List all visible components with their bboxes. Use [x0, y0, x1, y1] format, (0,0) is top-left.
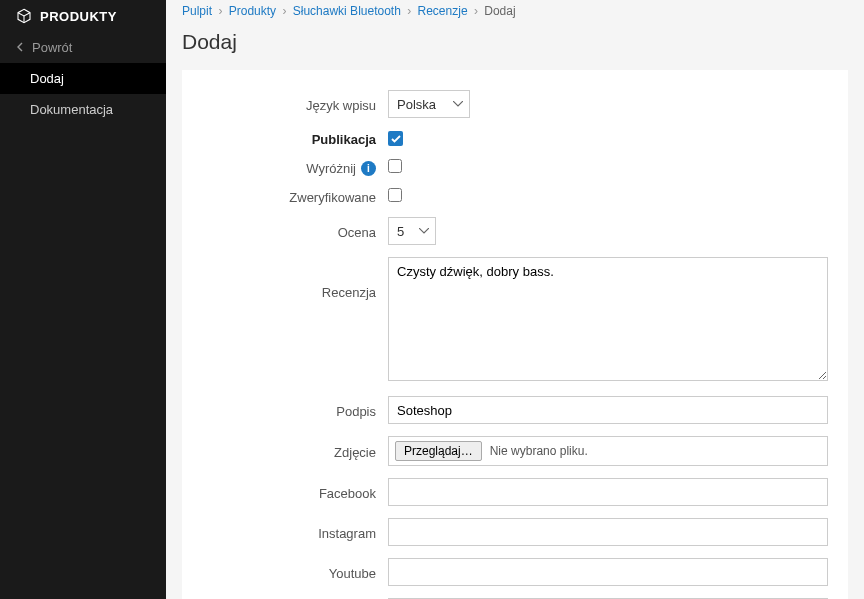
page-title: Dodaj	[166, 22, 864, 70]
row-facebook: Facebook	[202, 478, 828, 506]
sidebar-item-label: Dodaj	[30, 71, 64, 86]
row-review: Recenzja	[202, 257, 828, 384]
row-rating: Ocena 5	[202, 217, 828, 245]
breadcrumb-link-produkty[interactable]: Produkty	[229, 4, 276, 18]
input-youtube[interactable]	[388, 558, 828, 586]
row-verified: Zweryfikowane	[202, 188, 828, 205]
sidebar-item-add[interactable]: Dodaj	[0, 63, 166, 94]
info-icon[interactable]: i	[361, 161, 376, 176]
label-instagram: Instagram	[202, 524, 388, 541]
file-none-text: Nie wybrano pliku.	[490, 444, 588, 458]
select-language[interactable]: Polska	[388, 90, 470, 118]
checkbox-verified[interactable]	[388, 188, 402, 202]
sidebar-header: PRODUKTY	[0, 0, 166, 32]
sidebar-item-label: Dokumentacja	[30, 102, 113, 117]
label-facebook: Facebook	[202, 484, 388, 501]
chevron-left-icon	[16, 40, 24, 55]
row-instagram: Instagram	[202, 518, 828, 546]
breadcrumb-sep: ›	[407, 4, 411, 18]
breadcrumb: Pulpit › Produkty › Słuchawki Bluetooth …	[166, 0, 864, 22]
label-youtube: Youtube	[202, 564, 388, 581]
breadcrumb-link-reviews[interactable]: Recenzje	[418, 4, 468, 18]
textarea-review[interactable]	[388, 257, 828, 381]
select-rating[interactable]: 5	[388, 217, 436, 245]
label-language: Język wpisu	[202, 96, 388, 113]
checkbox-published[interactable]	[388, 131, 403, 146]
breadcrumb-current: Dodaj	[484, 4, 515, 18]
input-signature[interactable]	[388, 396, 828, 424]
row-youtube: Youtube	[202, 558, 828, 586]
sidebar-back[interactable]: Powrót	[0, 32, 166, 63]
cube-icon	[16, 8, 32, 24]
breadcrumb-link-pulpit[interactable]: Pulpit	[182, 4, 212, 18]
sidebar-back-label: Powrót	[32, 40, 72, 55]
row-signature: Podpis	[202, 396, 828, 424]
row-photo: Zdjęcie Przeglądaj… Nie wybrano pliku.	[202, 436, 828, 466]
label-rating: Ocena	[202, 223, 388, 240]
input-instagram[interactable]	[388, 518, 828, 546]
sidebar: PRODUKTY Powrót Dodaj Dokumentacja	[0, 0, 166, 599]
row-published: Publikacja	[202, 130, 828, 147]
file-browse-button[interactable]: Przeglądaj…	[395, 441, 482, 461]
sidebar-title: PRODUKTY	[40, 9, 117, 24]
label-review: Recenzja	[202, 257, 388, 300]
input-facebook[interactable]	[388, 478, 828, 506]
row-featured: Wyróżnij i	[202, 159, 828, 176]
breadcrumb-sep: ›	[474, 4, 478, 18]
checkbox-featured[interactable]	[388, 159, 402, 173]
form-panel: Język wpisu Polska Publikacja Wyróżnij	[182, 70, 848, 599]
sidebar-nav: Dodaj Dokumentacja	[0, 63, 166, 125]
label-signature: Podpis	[202, 402, 388, 419]
row-language: Język wpisu Polska	[202, 90, 828, 118]
sidebar-item-docs[interactable]: Dokumentacja	[0, 94, 166, 125]
file-picker: Przeglądaj… Nie wybrano pliku.	[388, 436, 828, 466]
label-published: Publikacja	[202, 130, 388, 147]
label-featured-text: Wyróżnij	[306, 161, 356, 176]
breadcrumb-link-product[interactable]: Słuchawki Bluetooth	[293, 4, 401, 18]
main: Pulpit › Produkty › Słuchawki Bluetooth …	[166, 0, 864, 599]
breadcrumb-sep: ›	[218, 4, 222, 18]
label-featured: Wyróżnij i	[202, 159, 388, 176]
breadcrumb-sep: ›	[282, 4, 286, 18]
label-verified: Zweryfikowane	[202, 188, 388, 205]
label-photo: Zdjęcie	[202, 443, 388, 460]
